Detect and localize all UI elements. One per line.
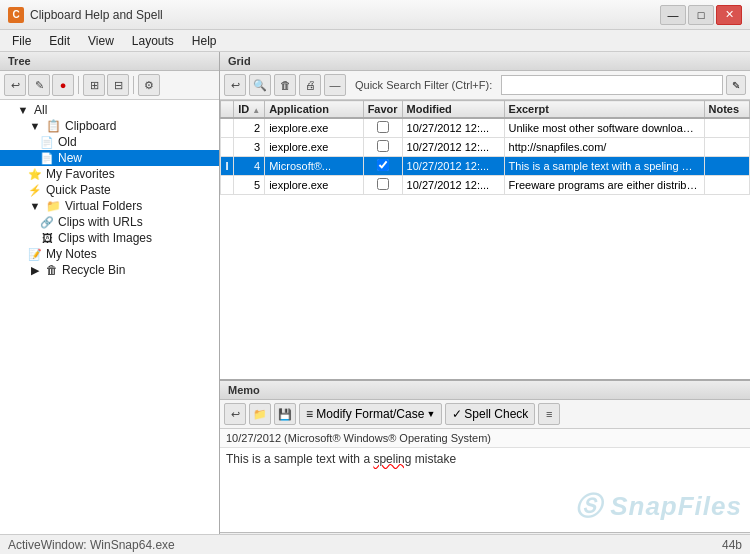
grid-tb-print[interactable]: 🖨: [299, 74, 321, 96]
table-header-row: ID ▲ Application Favor Modified Excerpt …: [221, 101, 750, 119]
row-indicator: [221, 138, 234, 157]
maximize-button[interactable]: □: [688, 5, 714, 25]
table-row[interactable]: 3 iexplore.exe 10/27/2012 12:... http://…: [221, 138, 750, 157]
tree-item-images[interactable]: 🖼 Clips with Images: [0, 230, 219, 246]
grid-toolbar: ↩ 🔍 🗑 🖨 — Quick Search Filter (Ctrl+F): …: [220, 71, 750, 100]
table-row[interactable]: 2 iexplore.exe 10/27/2012 12:... Unlike …: [221, 118, 750, 138]
tree-item-label: Clips with URLs: [58, 215, 143, 229]
tb-sep2: [133, 76, 134, 94]
memo-tb-options[interactable]: ≡: [538, 403, 560, 425]
tree-item-virtual-folders[interactable]: ▼ 📁 Virtual Folders: [0, 198, 219, 214]
th-id[interactable]: ID ▲: [234, 101, 265, 119]
tree-item-label: Old: [58, 135, 77, 149]
row-fav[interactable]: [363, 176, 402, 195]
memo-header: Memo: [220, 381, 750, 400]
dropdown-arrow-icon: ▼: [426, 409, 435, 419]
tree-item-label: Virtual Folders: [65, 199, 142, 213]
memo-section: Memo ↩ 📁 💾 ≡ Modify Format/Case ▼ ✓ Spel…: [220, 379, 750, 554]
th-notes[interactable]: Notes: [704, 101, 749, 119]
memo-tb-back[interactable]: ↩: [224, 403, 246, 425]
titlebar-left: C Clipboard Help and Spell: [8, 7, 163, 23]
titlebar-controls: — □ ✕: [660, 5, 742, 25]
table-row-selected[interactable]: I 4 Microsoft®... 10/27/2012 12:... This…: [221, 157, 750, 176]
tree-tb-settings[interactable]: ⚙: [138, 74, 160, 96]
tree-toolbar: ↩ ✎ ● ⊞ ⊟ ⚙: [0, 71, 219, 100]
search-label: Quick Search Filter (Ctrl+F):: [349, 79, 498, 91]
tree-tb-back[interactable]: ↩: [4, 74, 26, 96]
minimize-button[interactable]: —: [660, 5, 686, 25]
clipboard-folder-icon: 📋: [46, 119, 61, 133]
memo-tb-open[interactable]: 📁: [249, 403, 271, 425]
tree-item-notes[interactable]: 📝 My Notes: [0, 246, 219, 262]
th-favor[interactable]: Favor: [363, 101, 402, 119]
tree-item-new[interactable]: 📄 New: [0, 150, 219, 166]
row-modified: 10/27/2012 12:...: [402, 138, 504, 157]
menu-view[interactable]: View: [80, 32, 122, 50]
tree-item-label: Clipboard: [65, 119, 116, 133]
tree-content: ▼ All ▼ 📋 Clipboard 📄 Old 📄 New ⭐ My Fav…: [0, 100, 219, 554]
th-application[interactable]: Application: [265, 101, 364, 119]
grid-section: Grid ↩ 🔍 🗑 🖨 — Quick Search Filter (Ctrl…: [220, 52, 750, 379]
expand-icon: ▶: [28, 264, 42, 277]
modify-format-dropdown[interactable]: ≡ Modify Format/Case ▼: [299, 403, 442, 425]
doc-icon: 📄: [40, 136, 54, 149]
tree-tb-delete[interactable]: ●: [52, 74, 74, 96]
memo-tb-save[interactable]: 💾: [274, 403, 296, 425]
row-indicator: [221, 118, 234, 138]
th-indicator[interactable]: [221, 101, 234, 119]
row-app: iexplore.exe: [265, 138, 364, 157]
table-row[interactable]: 5 iexplore.exe 10/27/2012 12:... Freewar…: [221, 176, 750, 195]
search-clear-button[interactable]: ✎: [726, 75, 746, 95]
app-icon: C: [8, 7, 24, 23]
grid-tb-back[interactable]: ↩: [224, 74, 246, 96]
row-app: Microsoft®...: [265, 157, 364, 176]
grid-tb-delete[interactable]: 🗑: [274, 74, 296, 96]
left-panel: Tree ↩ ✎ ● ⊞ ⊟ ⚙ ▼ All ▼ 📋 Clipboard 📄: [0, 52, 220, 554]
tree-item-recycle[interactable]: ▶ 🗑 Recycle Bin: [0, 262, 219, 278]
row-indicator: I: [221, 157, 234, 176]
tree-tb-edit[interactable]: ✎: [28, 74, 50, 96]
image-icon: 🖼: [40, 232, 54, 244]
row-fav[interactable]: [363, 118, 402, 138]
row-id: 5: [234, 176, 265, 195]
spell-check-button[interactable]: ✓ Spell Check: [445, 403, 535, 425]
row-id: 3: [234, 138, 265, 157]
tree-item-quickpaste[interactable]: ⚡ Quick Paste: [0, 182, 219, 198]
status-left: ActiveWindow: WinSnap64.exe: [8, 538, 175, 552]
row-excerpt: Freeware programs are either distributed…: [504, 176, 704, 195]
tree-item-favorites[interactable]: ⭐ My Favorites: [0, 166, 219, 182]
grid-header: Grid: [220, 52, 750, 71]
th-excerpt[interactable]: Excerpt: [504, 101, 704, 119]
grid-table: ID ▲ Application Favor Modified Excerpt …: [220, 100, 750, 195]
tree-item-clipboard[interactable]: ▼ 📋 Clipboard: [0, 118, 219, 134]
grid-tb-search[interactable]: 🔍: [249, 74, 271, 96]
tree-item-all[interactable]: ▼ All: [0, 102, 219, 118]
spellcheck-icon: ✓: [452, 407, 462, 421]
grid-tb-misc[interactable]: —: [324, 74, 346, 96]
tree-item-label: Quick Paste: [46, 183, 111, 197]
row-fav[interactable]: [363, 138, 402, 157]
tree-item-old[interactable]: 📄 Old: [0, 134, 219, 150]
close-button[interactable]: ✕: [716, 5, 742, 25]
search-input[interactable]: [501, 75, 723, 95]
recycle-icon: 🗑: [46, 263, 58, 277]
menu-file[interactable]: File: [4, 32, 39, 50]
tree-item-urls[interactable]: 🔗 Clips with URLs: [0, 214, 219, 230]
menu-help[interactable]: Help: [184, 32, 225, 50]
tb-sep1: [78, 76, 79, 94]
quick-icon: ⚡: [28, 184, 42, 197]
notes-icon: 📝: [28, 248, 42, 261]
menu-layouts[interactable]: Layouts: [124, 32, 182, 50]
menu-edit[interactable]: Edit: [41, 32, 78, 50]
snapfiles-watermark: Ⓢ SnapFiles: [575, 489, 742, 524]
row-notes: [704, 176, 749, 195]
tree-tb-collapse[interactable]: ⊟: [107, 74, 129, 96]
tree-tb-expand[interactable]: ⊞: [83, 74, 105, 96]
doc-icon: 📄: [40, 152, 54, 165]
th-modified[interactable]: Modified: [402, 101, 504, 119]
right-panel: Grid ↩ 🔍 🗑 🖨 — Quick Search Filter (Ctrl…: [220, 52, 750, 554]
memo-text-content: This is a sample text with a speling mis…: [226, 452, 456, 466]
row-fav[interactable]: [363, 157, 402, 176]
expand-icon: ▼: [28, 200, 42, 212]
row-notes: [704, 138, 749, 157]
